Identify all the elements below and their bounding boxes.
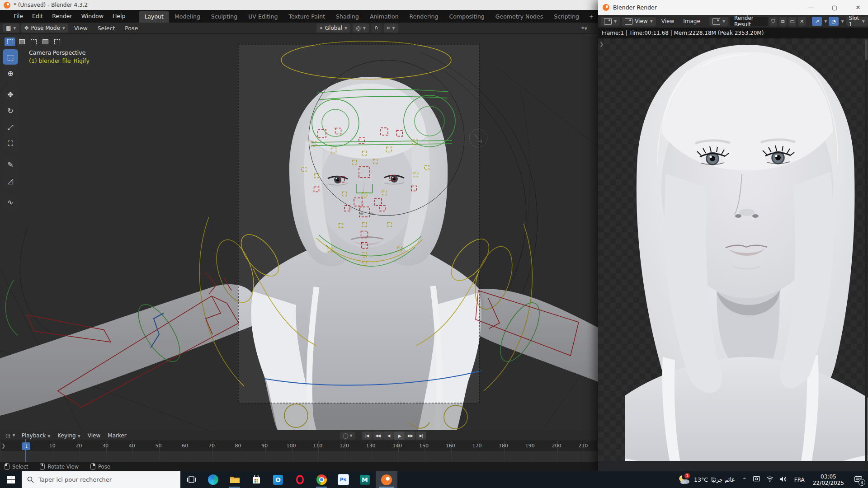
image-browse-button[interactable]: ▼ <box>709 17 728 26</box>
editor-type-button[interactable]: ▦▼ <box>3 23 19 33</box>
render-result-image[interactable]: ❯ <box>598 38 868 471</box>
select-mode-extend[interactable] <box>16 38 27 46</box>
image-menu-image[interactable]: Image <box>679 18 704 24</box>
timeline-menu-marker[interactable]: Marker <box>104 432 130 439</box>
minimize-button[interactable]: — <box>801 0 821 15</box>
slot-selector[interactable]: Slot 1▼ <box>846 17 868 26</box>
menu-edit[interactable]: Edit <box>28 10 47 23</box>
timeline-ruler[interactable]: 1020304050607080901001101201301401501601… <box>0 441 598 451</box>
viewport-menu-select[interactable]: Select <box>94 25 119 32</box>
timeline-expand-chevron[interactable]: ❯ <box>1 443 5 449</box>
taskbar-app-outlook[interactable]: O <box>267 471 289 488</box>
region-expand-chevron[interactable]: ❯ <box>599 41 604 47</box>
open-folder-icon[interactable]: 🗀 <box>788 17 796 26</box>
volume-icon[interactable] <box>777 476 790 483</box>
select-mode-set[interactable] <box>5 38 15 46</box>
orientation-selector[interactable]: ⌖Global▼ <box>316 23 350 33</box>
scrollbar[interactable] <box>865 38 868 471</box>
main-titlebar[interactable]: * (Unsaved) - Blender 4.3.2 <box>0 0 598 10</box>
view-layer-selector[interactable]: ↗▼ <box>812 17 827 26</box>
weather-widget[interactable]: 1 13°C غائم جزئيًا <box>675 471 739 488</box>
tab-scripting[interactable]: Scripting <box>548 11 585 23</box>
taskbar-app-store[interactable] <box>245 471 267 488</box>
wifi-icon[interactable] <box>763 476 777 483</box>
auto-keyframe-toggle[interactable]: ◯▼ <box>340 432 355 440</box>
taskbar-app-maya[interactable]: M <box>354 471 376 488</box>
viewport-menu-view[interactable]: View <box>70 25 92 32</box>
tool-cursor[interactable]: ⊕ <box>3 66 18 81</box>
tab-texture-paint[interactable]: Texture Paint <box>283 11 330 23</box>
viewport-menu-pose[interactable]: Pose <box>121 25 142 32</box>
editor-type-button[interactable]: ▼ <box>601 17 620 26</box>
tab-uv-editing[interactable]: UV Editing <box>243 11 283 23</box>
prev-keyframe-button[interactable]: ◀◀ <box>373 432 383 440</box>
tool-transform[interactable]: ⛶ <box>3 136 18 151</box>
tab-sculpting[interactable]: Sculpting <box>206 11 243 23</box>
tab-shading[interactable]: Shading <box>330 11 364 23</box>
select-mode-intersect[interactable] <box>52 38 62 46</box>
tool-scale[interactable]: ⤢ <box>3 119 18 135</box>
play-button[interactable]: ▶ <box>394 432 405 440</box>
taskbar-app-opera[interactable] <box>289 471 311 488</box>
next-keyframe-button[interactable]: ▶▶ <box>405 432 415 440</box>
timeline-menu-keying[interactable]: Keying▼ <box>54 432 84 439</box>
tray-display-icon[interactable] <box>750 476 763 483</box>
tab-compositing[interactable]: Compositing <box>443 11 490 23</box>
task-view-button[interactable] <box>180 471 202 488</box>
tool-select-box[interactable]: ⬚ <box>3 49 18 65</box>
taskbar-app-photoshop[interactable]: Ps <box>332 471 354 488</box>
snap-with-selector[interactable]: ⌗▼ <box>384 23 398 33</box>
maximize-button[interactable]: ▢ <box>825 0 844 15</box>
add-workspace-button[interactable]: + <box>585 13 599 20</box>
tab-modeling[interactable]: Modeling <box>169 11 206 23</box>
tool-annotate[interactable]: ✎ <box>3 157 18 172</box>
close-button[interactable]: ✕ <box>848 0 868 15</box>
jump-to-start-button[interactable]: |◀ <box>362 432 372 440</box>
taskbar-app-blender[interactable] <box>376 471 397 488</box>
taskbar-search[interactable]: Taper ici pour rechercher <box>22 471 180 488</box>
mode-selector[interactable]: ✥ Pose Mode ▼ <box>21 23 69 33</box>
render-pass-selector[interactable]: ◔▼ <box>829 17 844 26</box>
viewport-3d[interactable]: Camera Perspective (1) blender file_Rigi… <box>0 34 598 430</box>
clock-widget[interactable]: 03:05 22/02/2025 <box>809 474 848 486</box>
play-reverse-button[interactable]: ◀ <box>383 432 394 440</box>
notification-center-button[interactable]: 4 <box>848 471 868 488</box>
tab-animation[interactable]: Animation <box>364 11 404 23</box>
tab-geometry-nodes[interactable]: Geometry Nodes <box>490 11 548 23</box>
taskbar-app-edge[interactable] <box>202 471 224 488</box>
image-menu-view[interactable]: View <box>658 18 678 24</box>
menu-window[interactable]: Window <box>77 10 108 23</box>
render-titlebar[interactable]: Blender Render — ▢ ✕ <box>598 0 868 15</box>
tray-expand-chevron-icon[interactable]: ⌃ <box>739 477 750 483</box>
display-channels-selector[interactable]: View▼ <box>622 17 656 26</box>
unlink-icon[interactable]: ✕ <box>798 17 806 26</box>
start-button[interactable] <box>0 471 22 488</box>
tool-rotate[interactable]: ↻ <box>3 103 18 118</box>
taskbar-app-chrome[interactable] <box>311 471 332 488</box>
gizmo-visibility-icon[interactable]: ⌖▼ <box>581 24 587 32</box>
snap-toggle[interactable]: ∪ <box>371 23 382 33</box>
playhead[interactable] <box>25 439 26 462</box>
orientation-label: Global <box>325 25 342 31</box>
fake-user-shield-icon[interactable]: ⛉ <box>769 17 777 26</box>
image-name-field[interactable]: Render Result <box>730 17 768 26</box>
language-indicator[interactable]: FRA <box>790 477 809 483</box>
menu-file[interactable]: File <box>9 10 28 23</box>
pivot-point-selector[interactable]: ◎▼ <box>353 23 369 33</box>
taskbar-app-explorer[interactable] <box>224 471 245 488</box>
timeline-menu-playback[interactable]: Playback▼ <box>18 432 54 439</box>
jump-to-end-button[interactable]: ▶| <box>416 432 426 440</box>
timeline-track-area[interactable] <box>0 451 598 462</box>
select-mode-difference[interactable] <box>40 38 51 46</box>
tool-measure[interactable]: ◿ <box>3 173 18 188</box>
timeline-editor-type-button[interactable]: ◷▼ <box>3 431 18 440</box>
tab-rendering[interactable]: Rendering <box>404 11 444 23</box>
duplicate-icon[interactable]: ⧉ <box>779 17 787 26</box>
select-mode-subtract[interactable] <box>28 38 39 46</box>
tool-pose-breakdowner[interactable]: ∿ <box>3 194 18 210</box>
menu-help[interactable]: Help <box>108 10 130 23</box>
tab-layout[interactable]: Layout <box>139 11 169 23</box>
menu-render[interactable]: Render <box>47 10 77 23</box>
timeline-menu-view[interactable]: View <box>84 432 104 439</box>
tool-move[interactable]: ✥ <box>3 87 18 102</box>
